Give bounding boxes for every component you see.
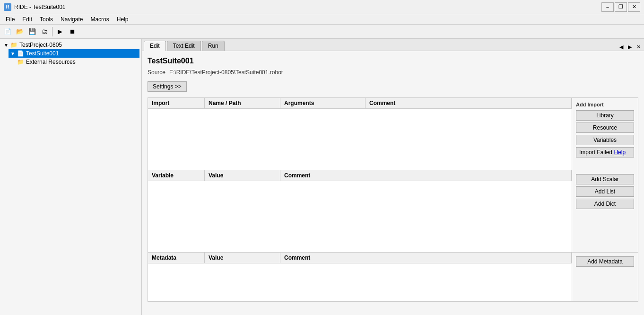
tab-nav: ◀ ▶ ✕	[618, 43, 642, 51]
tab-next-button[interactable]: ▶	[626, 43, 634, 51]
meta-col-value: Value	[205, 253, 280, 263]
menu-help[interactable]: Help	[113, 15, 132, 24]
import-section: Import Name / Path Arguments Comment Add…	[148, 97, 638, 170]
suite-title: TestSuite001	[148, 57, 638, 65]
add-scalar-button[interactable]: Add Scalar	[576, 174, 634, 184]
source-value: E:\RIDE\TestProject-0805\TestSuite001.ro…	[169, 69, 283, 76]
restore-button[interactable]: ❐	[615, 2, 627, 12]
toolbar-stop[interactable]: ⏹	[67, 26, 78, 37]
source-row: Source E:\RIDE\TestProject-0805\TestSuit…	[148, 69, 638, 76]
expand-icon-suite: ▼	[10, 51, 15, 56]
import-col-comment: Comment	[366, 98, 572, 108]
sidebar-item-suite[interactable]: ▼ 📄 TestSuite001	[9, 49, 139, 58]
app-icon: R	[4, 3, 11, 11]
tab-prev-button[interactable]: ◀	[618, 43, 625, 51]
menu-tools[interactable]: Tools	[36, 15, 57, 24]
folder-icon-project: 📁	[10, 42, 17, 48]
toolbar-open[interactable]: 📂	[14, 26, 26, 37]
library-button[interactable]: Library	[576, 110, 634, 121]
menu-navigate[interactable]: Navigate	[57, 15, 87, 24]
toolbar-save[interactable]: 💾	[26, 26, 38, 37]
toolbar: 📄 📂 💾 🗂 ▶ ⏹	[0, 25, 644, 39]
minimize-button[interactable]: −	[601, 2, 614, 12]
content-panel: Edit Text Edit Run ◀ ▶ ✕ TestSuite001 So…	[142, 39, 644, 315]
metadata-side-buttons: Add Metadata	[572, 253, 638, 301]
metadata-table: Metadata Value Comment	[148, 253, 572, 301]
metadata-table-body	[148, 263, 572, 301]
toolbar-run[interactable]: ▶	[54, 26, 66, 37]
tab-close-button[interactable]: ✕	[635, 43, 642, 51]
add-dict-button[interactable]: Add Dict	[576, 199, 634, 209]
meta-col-metadata: Metadata	[148, 253, 205, 263]
menu-file[interactable]: File	[2, 15, 18, 24]
add-list-button[interactable]: Add List	[576, 186, 634, 197]
variable-section: Variable Value Comment Add Scalar Add Li…	[148, 170, 638, 253]
metadata-table-header: Metadata Value Comment	[148, 253, 572, 263]
menu-macros[interactable]: Macros	[87, 15, 113, 24]
import-table: Import Name / Path Arguments Comment	[148, 98, 572, 170]
close-button[interactable]: ✕	[628, 2, 640, 12]
main-layout: ▼ 📁 TestProject-0805 ▼ 📄 TestSuite001 📁 …	[0, 39, 644, 315]
sidebar: ▼ 📁 TestProject-0805 ▼ 📄 TestSuite001 📁 …	[0, 39, 142, 315]
tab-bar: Edit Text Edit Run ◀ ▶ ✕	[142, 39, 644, 51]
suite-icon: 📄	[17, 50, 24, 57]
toolbar-new[interactable]: 📄	[2, 26, 13, 37]
title-bar: R RIDE - TestSuite001 − ❐ ✕	[0, 0, 644, 14]
add-import-label: Add Import	[576, 102, 634, 107]
menu-edit[interactable]: Edit	[18, 15, 36, 24]
import-table-header: Import Name / Path Arguments Comment	[148, 98, 572, 109]
import-col-name: Name / Path	[205, 98, 280, 108]
variables-button[interactable]: Variables	[576, 135, 634, 145]
var-col-comment: Comment	[280, 170, 572, 181]
variable-table-header: Variable Value Comment	[148, 170, 572, 181]
import-side-buttons: Add Import Library Resource Variables Im…	[572, 98, 638, 170]
source-label: Source	[148, 69, 165, 76]
menu-bar: File Edit Tools Navigate Macros Help	[0, 14, 644, 25]
import-table-body	[148, 109, 572, 170]
import-failed-button[interactable]: Import Failed Help	[576, 147, 634, 158]
sidebar-item-external[interactable]: 📁 External Resources	[9, 58, 139, 66]
page-content: TestSuite001 Source E:\RIDE\TestProject-…	[142, 51, 644, 315]
project-label: TestProject-0805	[19, 42, 62, 48]
tab-run[interactable]: Run	[202, 41, 225, 51]
meta-col-comment: Comment	[280, 253, 572, 263]
expand-icon-project: ▼	[4, 43, 9, 48]
metadata-section: Metadata Value Comment Add Metadata	[148, 253, 638, 302]
import-col-args: Arguments	[280, 98, 366, 108]
window-controls: − ❐ ✕	[601, 2, 640, 12]
external-label: External Resources	[26, 59, 76, 65]
add-metadata-button[interactable]: Add Metadata	[576, 256, 634, 267]
toolbar-save-all[interactable]: 🗂	[39, 26, 50, 37]
var-col-variable: Variable	[148, 170, 205, 181]
tab-text-edit[interactable]: Text Edit	[167, 41, 201, 51]
variable-table: Variable Value Comment	[148, 170, 572, 252]
resource-button[interactable]: Resource	[576, 122, 634, 133]
title-bar-left: R RIDE - TestSuite001	[4, 3, 66, 11]
sidebar-item-project[interactable]: ▼ 📁 TestProject-0805	[2, 41, 139, 49]
variable-table-body	[148, 181, 572, 252]
toolbar-sep-1	[52, 27, 52, 36]
var-col-value: Value	[205, 170, 280, 181]
suite-label: TestSuite001	[26, 50, 59, 57]
folder-icon-external: 📁	[17, 59, 24, 65]
tab-edit[interactable]: Edit	[144, 41, 166, 51]
settings-button[interactable]: Settings >>	[148, 81, 187, 92]
import-col-import: Import	[148, 98, 205, 108]
title-bar-title: RIDE - TestSuite001	[14, 4, 66, 10]
variable-side-buttons: Add Scalar Add List Add Dict	[572, 170, 638, 252]
